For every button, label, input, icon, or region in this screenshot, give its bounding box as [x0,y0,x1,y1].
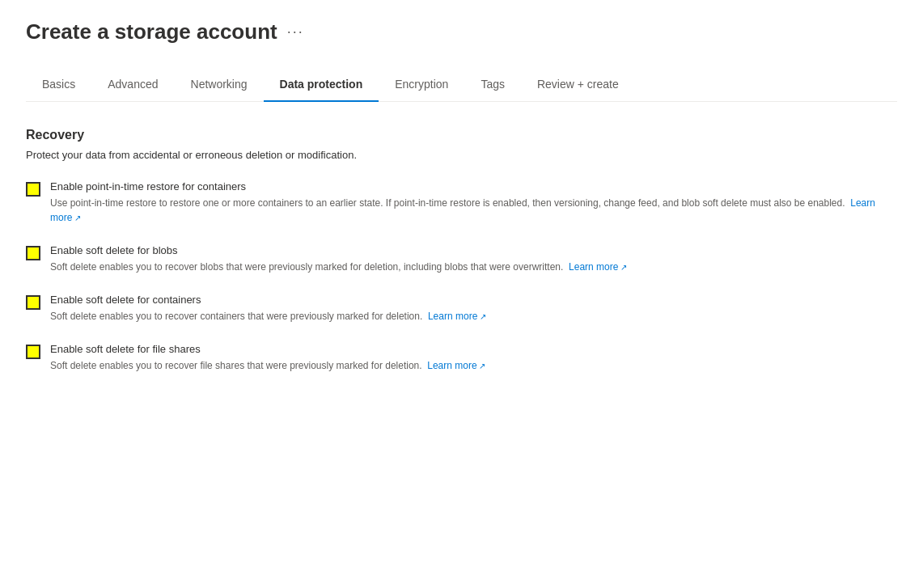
tab-networking[interactable]: Networking [175,68,264,102]
option-content-soft-delete-containers: Enable soft delete for containers Soft d… [50,294,897,324]
page-container: Create a storage account ··· Basics Adva… [0,0,923,412]
checkbox-soft-delete-file-shares[interactable] [26,345,40,359]
tab-data-protection[interactable]: Data protection [264,68,379,102]
tab-review-create[interactable]: Review + create [521,68,635,102]
tab-encryption[interactable]: Encryption [379,68,464,102]
option-row-soft-delete-containers: Enable soft delete for containers Soft d… [26,294,897,324]
option-description-soft-delete-containers: Soft delete enables you to recover conta… [50,309,897,324]
option-content-soft-delete-blobs: Enable soft delete for blobs Soft delete… [50,244,897,274]
option-content-soft-delete-file-shares: Enable soft delete for file shares Soft … [50,343,897,373]
option-description-text-soft-delete-blobs: Soft delete enables you to recover blobs… [50,261,566,273]
tab-advanced[interactable]: Advanced [91,68,174,102]
tabs-container: Basics Advanced Networking Data protecti… [26,67,897,102]
option-title-point-in-time: Enable point-in-time restore for contain… [50,180,897,192]
learn-more-link-soft-delete-blobs[interactable]: Learn more [569,261,627,273]
option-title-soft-delete-file-shares: Enable soft delete for file shares [50,343,897,355]
section-title: Recovery [26,128,897,142]
checkbox-soft-delete-containers[interactable] [26,295,40,310]
option-row-soft-delete-file-shares: Enable soft delete for file shares Soft … [26,343,897,373]
option-description-text-soft-delete-containers: Soft delete enables you to recover conta… [50,311,426,322]
option-title-soft-delete-blobs: Enable soft delete for blobs [50,244,897,256]
more-options-button[interactable]: ··· [287,23,304,40]
option-row-point-in-time: Enable point-in-time restore for contain… [26,180,897,225]
option-description-soft-delete-blobs: Soft delete enables you to recover blobs… [50,260,897,274]
option-description-text-point-in-time: Use point-in-time restore to restore one… [50,197,848,209]
page-title: Create a storage account [26,19,277,44]
page-header: Create a storage account ··· [26,19,897,44]
option-content-point-in-time: Enable point-in-time restore for contain… [50,180,897,225]
option-description-text-soft-delete-file-shares: Soft delete enables you to recover file … [50,360,425,371]
checkbox-soft-delete-blobs[interactable] [26,246,40,260]
checkbox-point-in-time[interactable] [26,182,40,197]
section-subtitle: Protect your data from accidental or err… [26,149,897,161]
recovery-section: Recovery Protect your data from accident… [26,128,897,373]
option-title-soft-delete-containers: Enable soft delete for containers [50,294,897,306]
option-row-soft-delete-blobs: Enable soft delete for blobs Soft delete… [26,244,897,274]
learn-more-link-soft-delete-containers[interactable]: Learn more [428,311,486,322]
tab-basics[interactable]: Basics [26,68,91,102]
option-description-point-in-time: Use point-in-time restore to restore one… [50,196,897,225]
tab-tags[interactable]: Tags [464,68,521,102]
learn-more-link-soft-delete-file-shares[interactable]: Learn more [427,360,485,371]
option-description-soft-delete-file-shares: Soft delete enables you to recover file … [50,358,897,373]
